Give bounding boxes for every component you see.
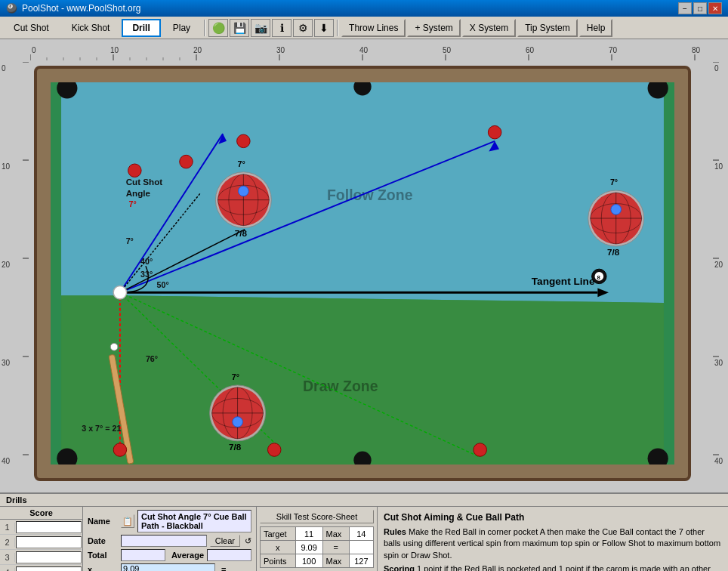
equals-score: = — [322, 541, 349, 554]
svg-text:7°: 7° — [129, 199, 137, 208]
camera-btn[interactable]: 📷 — [251, 19, 270, 37]
minimize-button[interactable]: − — [678, 2, 692, 14]
rules-text: Make the Red Ball in corner pocket A the… — [384, 527, 720, 560]
svg-text:7°: 7° — [232, 372, 239, 381]
equals-label: = — [221, 565, 251, 571]
cut-shot-angle-label: Cut Shot — [126, 177, 163, 187]
download-btn[interactable]: ⬇ — [314, 19, 334, 37]
right-ruler-svg: 0 10 20 30 40 — [713, 62, 728, 492]
ruler-container: ruler ticks 0 10 20 30 40 50 60 70 — [0, 39, 728, 492]
score-row-3: 3 — [0, 550, 82, 565]
tangent-line-label: Tangent Line — [532, 276, 595, 287]
equals-result — [349, 541, 373, 554]
svg-text:30: 30 — [2, 359, 11, 367]
tip-system-btn[interactable]: Tip System — [517, 19, 578, 37]
total-input[interactable] — [121, 549, 165, 561]
x-label: x — [88, 565, 118, 571]
svg-rect-38 — [713, 62, 728, 492]
score-panel: Score 1 2 3 4 5 — [0, 507, 83, 571]
svg-text:30: 30 — [714, 359, 723, 367]
date-label: Date — [88, 536, 118, 545]
target-value: 11 — [295, 527, 322, 541]
svg-text:7/8: 7/8 — [607, 247, 620, 257]
total-label: Total — [88, 551, 118, 560]
date-input[interactable] — [121, 535, 207, 547]
max-value-1: 14 — [349, 527, 373, 541]
score-row-1: 1 — [0, 520, 82, 535]
svg-text:10: 10 — [2, 162, 11, 171]
left-ruler-svg: 0 10 20 30 40 — [0, 62, 30, 492]
clear-button[interactable]: Clear — [210, 535, 240, 547]
points-row: Points 100 Max 127 — [261, 554, 374, 568]
formula-label: 3 x 7° = 21° — [82, 424, 124, 433]
drill-icon[interactable]: 📋 — [121, 514, 134, 528]
help-btn[interactable]: Help — [579, 19, 613, 37]
svg-text:7°: 7° — [610, 177, 618, 187]
bottom-panel: Drills Score 1 2 3 4 5 — [0, 492, 728, 571]
settings-btn[interactable]: ⚙ — [293, 19, 313, 37]
throw-lines-btn[interactable]: Throw Lines — [341, 19, 406, 37]
plus-system-btn[interactable]: + System — [407, 19, 460, 37]
description-panel: Cut Shot Aiming & Cue Ball Path Rules Ma… — [378, 507, 728, 571]
svg-text:0: 0 — [714, 64, 719, 73]
x-score-row: x 9.09 = — [261, 541, 374, 554]
name-row: Name 📋 Cut Shot Angle 7° Cue Ball Path -… — [88, 510, 251, 532]
angle-33-label: 33° — [140, 270, 153, 279]
svg-text:7/8: 7/8 — [229, 442, 242, 452]
refresh-icon[interactable]: ↺ — [245, 536, 251, 546]
drill-info-panel: Name 📋 Cut Shot Angle 7° Cue Ball Path -… — [83, 507, 257, 571]
play-menu[interactable]: Play — [162, 19, 201, 37]
svg-text:7°: 7° — [238, 159, 245, 168]
svg-text:50: 50 — [443, 46, 452, 54]
app-icon: 🎱 — [6, 3, 17, 14]
svg-text:70: 70 — [609, 46, 618, 54]
menu-bar: Cut Shot Kick Shot Drill Play 🟢 💾 📷 ℹ ⚙ … — [0, 17, 728, 39]
desc-scoring: Scoring 1 point if the Red Ball is pocke… — [384, 563, 722, 571]
points-label: Points — [261, 554, 296, 568]
close-button[interactable]: ✕ — [708, 2, 722, 14]
red-ball-2 — [128, 164, 142, 177]
svg-point-76 — [239, 186, 249, 196]
score-row-2: 2 — [0, 535, 82, 550]
top-ruler-svg: ruler ticks 0 10 20 30 40 50 60 70 — [30, 39, 728, 62]
drill-menu[interactable]: Drill — [122, 19, 160, 37]
top-ruler: ruler ticks 0 10 20 30 40 50 60 70 — [30, 39, 728, 62]
score-cell-2[interactable] — [16, 536, 82, 548]
pool-table: Follow Zone Draw Zone Tangent Line — [30, 62, 695, 485]
red-ball-6 — [474, 443, 487, 457]
maximize-button[interactable]: □ — [693, 2, 707, 14]
name-label: Name — [88, 517, 118, 526]
average-input[interactable] — [207, 549, 251, 561]
svg-text:0: 0 — [2, 64, 6, 73]
svg-text:10: 10 — [110, 46, 119, 54]
x-system-btn[interactable]: X System — [462, 19, 516, 37]
svg-text:40: 40 — [2, 457, 11, 465]
svg-point-94 — [233, 417, 243, 427]
kick-shot-menu[interactable]: Kick Shot — [61, 19, 121, 37]
score-cell-1[interactable] — [16, 521, 82, 533]
svg-rect-0 — [30, 39, 728, 62]
cut-shot-menu[interactable]: Cut Shot — [3, 19, 60, 37]
score-cell-4[interactable] — [16, 566, 82, 572]
average-label: Average — [171, 551, 204, 560]
svg-text:8: 8 — [597, 274, 600, 281]
green-circle-btn[interactable]: 🟢 — [208, 19, 228, 37]
svg-text:30: 30 — [276, 46, 285, 54]
info-btn[interactable]: ℹ — [272, 19, 292, 37]
x-row: x 9.09 = — [88, 563, 251, 571]
table-svg: Follow Zone Draw Zone Tangent Line — [51, 82, 674, 465]
desc-rules: Rules Make the Red Ball in corner pocket… — [384, 526, 722, 561]
max-label-2: Max — [322, 554, 349, 568]
score-cell-3[interactable] — [16, 551, 82, 563]
save-btn[interactable]: 💾 — [230, 19, 249, 37]
left-ruler: 0 10 20 30 40 — [0, 62, 30, 492]
angle-40-label: 40° — [140, 257, 153, 266]
svg-text:10: 10 — [714, 162, 723, 171]
svg-text:20: 20 — [2, 261, 11, 269]
table-felt: Follow Zone Draw Zone Tangent Line — [51, 82, 674, 465]
skill-test-title[interactable]: Skill Test Score-Sheet — [260, 510, 374, 523]
total-row: Total Average — [88, 549, 251, 561]
svg-text:7/8: 7/8 — [235, 228, 248, 238]
score-row-4: 4 — [0, 565, 82, 571]
angle-76-label: 76° — [146, 354, 158, 363]
